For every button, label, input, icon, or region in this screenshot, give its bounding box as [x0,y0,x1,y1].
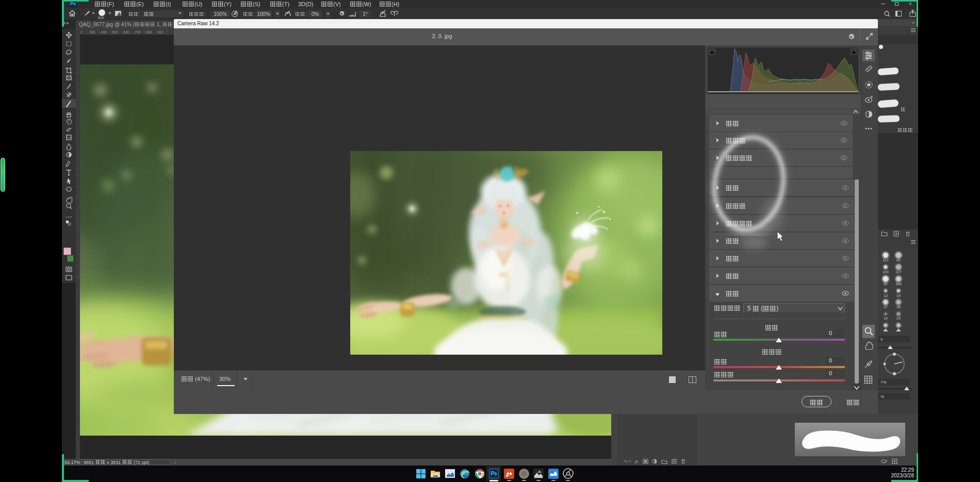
svg-text:112: 112 [883,258,888,262]
svg-text:9: 9 [880,337,883,342]
svg-text:35: 35 [896,305,901,309]
svg-text:27: 27 [884,305,888,309]
svg-text:50: 50 [884,282,888,286]
svg-text:fx: fx [635,459,639,464]
svg-text:183: 183 [895,282,902,286]
svg-text:14: 14 [884,317,888,320]
svg-text:100: 100 [883,270,889,274]
svg-text:7%: 7% [880,380,887,385]
svg-text:127: 127 [895,270,902,274]
svg-text:60: 60 [896,258,901,262]
svg-text:13: 13 [884,294,888,297]
svg-text:%: % [880,394,884,399]
svg-text:19: 19 [896,294,901,297]
svg-text:24: 24 [896,317,901,320]
